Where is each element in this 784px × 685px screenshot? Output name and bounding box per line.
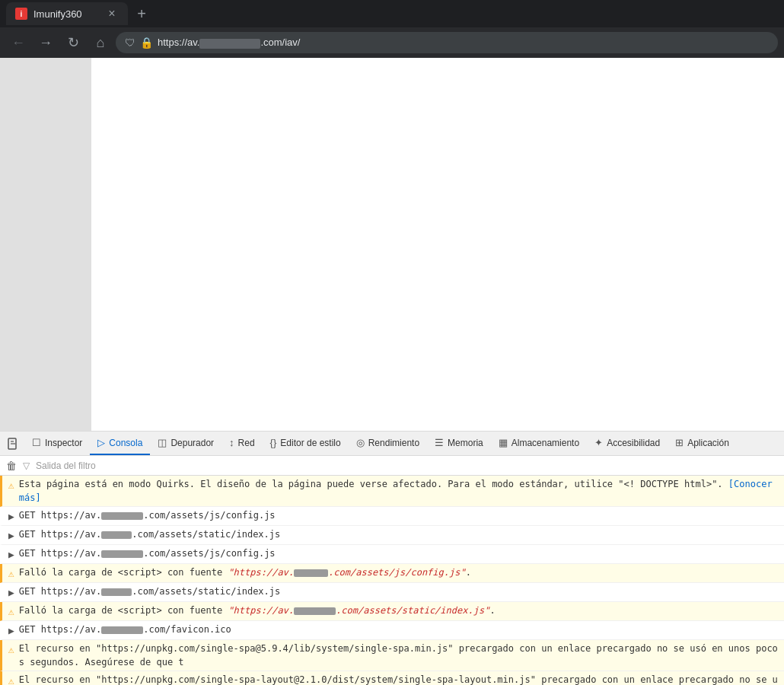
tab-bar: i Imunify360 × + [0, 0, 784, 27]
console-text: GET https://av..com/favicon.ico [19, 623, 778, 636]
debugger-label: Depurador [171, 438, 214, 448]
console-content: ⚠ Esta página está en modo Quirks. El di… [0, 476, 784, 685]
devtools-panel: ☐ Inspector ▷ Consola ◫ Depurador ↕ Red … [0, 431, 784, 685]
filter-label: Salida del filtro [36, 460, 96, 471]
lock-icon: 🔒 [140, 37, 153, 49]
debugger-icon: ◫ [158, 437, 167, 448]
tab-title: Imunify360 [33, 8, 99, 20]
console-text: El recurso en "https://unpkg.com/single-… [19, 642, 778, 669]
warning-icon: ⚠ [8, 674, 14, 685]
tab-memory[interactable]: ☰ Memoria [427, 432, 491, 455]
clear-console-button[interactable]: 🗑 [6, 460, 17, 472]
new-tab-button[interactable]: + [131, 3, 152, 24]
console-text: El recurso en "https://unpkg.com/single-… [19, 673, 778, 685]
console-label: Consola [109, 438, 142, 448]
console-line: ⚠ Falló la carga de <script> con fuente … [0, 564, 784, 583]
forward-button[interactable]: → [33, 30, 58, 55]
inspector-icon: ☐ [32, 437, 41, 448]
learn-more-link[interactable]: [Conocer más] [19, 479, 773, 503]
refresh-button[interactable]: ↻ [61, 30, 85, 55]
console-line: ▶ GET https://av..com/assets/static/inde… [0, 583, 784, 602]
browser-chrome: i Imunify360 × + ← → ↻ ⌂ 🛡 🔒 https://av.… [0, 0, 784, 58]
expand-icon[interactable]: ▶ [8, 529, 14, 543]
console-text: Esta página está en modo Quirks. El dise… [19, 477, 778, 505]
filter-icon: ▽ [23, 460, 30, 471]
home-button[interactable]: ⌂ [88, 30, 113, 55]
memory-icon: ☰ [435, 437, 444, 448]
devtools-toolbar: ☐ Inspector ▷ Consola ◫ Depurador ↕ Red … [0, 432, 784, 456]
console-line: ⚠ El recurso en "https://unpkg.com/singl… [0, 640, 784, 671]
tab-inspector[interactable]: ☐ Inspector [24, 432, 90, 455]
console-text: GET https://av..com/assets/static/index.… [19, 527, 778, 541]
security-icon: 🛡 [125, 37, 135, 49]
nav-bar: ← → ↻ ⌂ 🛡 🔒 https://av..com/iav/ [0, 27, 784, 58]
console-line: ▶ GET https://av..com/favicon.ico [0, 621, 784, 640]
tab-application[interactable]: ⊞ Aplicación [668, 432, 737, 455]
expand-icon[interactable]: ▶ [8, 548, 14, 562]
address-text: https://av..com/iav/ [158, 37, 769, 48]
back-button[interactable]: ← [6, 30, 30, 55]
tab-accessibility[interactable]: ✦ Accesibilidad [587, 432, 668, 455]
expand-icon[interactable]: ▶ [8, 586, 14, 600]
style-editor-label: Editor de estilo [280, 438, 340, 448]
accessibility-icon: ✦ [594, 437, 603, 448]
style-editor-icon: {} [270, 437, 277, 448]
tab-storage[interactable]: ▦ Almacenamiento [491, 432, 587, 455]
performance-icon: ◎ [356, 437, 365, 448]
console-toolbar: 🗑 ▽ Salida del filtro [0, 456, 784, 476]
console-text: GET https://av..com/assets/static/index.… [19, 585, 778, 598]
tab-favicon: i [15, 8, 27, 20]
console-text: GET https://av..com/assets/js/config.js [19, 508, 778, 522]
console-text: Falló la carga de <script> con fuente "h… [19, 566, 778, 579]
network-icon: ↕ [229, 437, 234, 448]
warning-icon: ⚠ [8, 605, 14, 619]
tab-style-editor[interactable]: {} Editor de estilo [263, 432, 349, 455]
storage-label: Almacenamiento [512, 438, 579, 448]
console-line: ▶ GET https://av..com/assets/js/config.j… [0, 507, 784, 526]
console-line: ⚠ El recurso en "https://unpkg.com/singl… [0, 671, 784, 685]
performance-label: Rendimiento [368, 438, 419, 448]
sidebar-nav [0, 58, 91, 431]
tab-performance[interactable]: ◎ Rendimiento [349, 432, 427, 455]
console-text: Falló la carga de <script> con fuente "h… [19, 604, 778, 617]
console-line: ⚠ Falló la carga de <script> con fuente … [0, 602, 784, 621]
application-label: Aplicación [687, 438, 729, 448]
warning-icon: ⚠ [8, 479, 14, 492]
storage-icon: ▦ [499, 437, 508, 448]
memory-label: Memoria [448, 438, 483, 448]
address-bar[interactable]: 🛡 🔒 https://av..com/iav/ [116, 32, 778, 53]
network-label: Red [238, 438, 255, 448]
console-line: ▶ GET https://av..com/assets/js/config.j… [0, 545, 784, 564]
warning-icon: ⚠ [8, 643, 14, 657]
application-icon: ⊞ [675, 437, 684, 448]
tab-console[interactable]: ▷ Consola [90, 432, 150, 455]
console-line: ⚠ Esta página está en modo Quirks. El di… [0, 476, 784, 507]
tab-close-button[interactable]: × [105, 7, 119, 21]
accessibility-label: Accesibilidad [607, 438, 660, 448]
inspector-label: Inspector [45, 438, 82, 448]
expand-icon[interactable]: ▶ [8, 624, 14, 638]
active-tab[interactable]: i Imunify360 × [6, 2, 128, 25]
console-text: GET https://av..com/assets/js/config.js [19, 546, 778, 560]
warning-icon: ⚠ [8, 567, 14, 581]
tab-debugger[interactable]: ◫ Depurador [150, 432, 221, 455]
page-content [91, 58, 784, 431]
console-icon: ▷ [97, 437, 105, 448]
tab-network[interactable]: ↕ Red [221, 432, 263, 455]
inspect-element-button[interactable] [3, 433, 24, 454]
expand-icon[interactable]: ▶ [8, 510, 14, 524]
page-area [0, 58, 784, 431]
console-line: ▶ GET https://av..com/assets/static/inde… [0, 526, 784, 545]
